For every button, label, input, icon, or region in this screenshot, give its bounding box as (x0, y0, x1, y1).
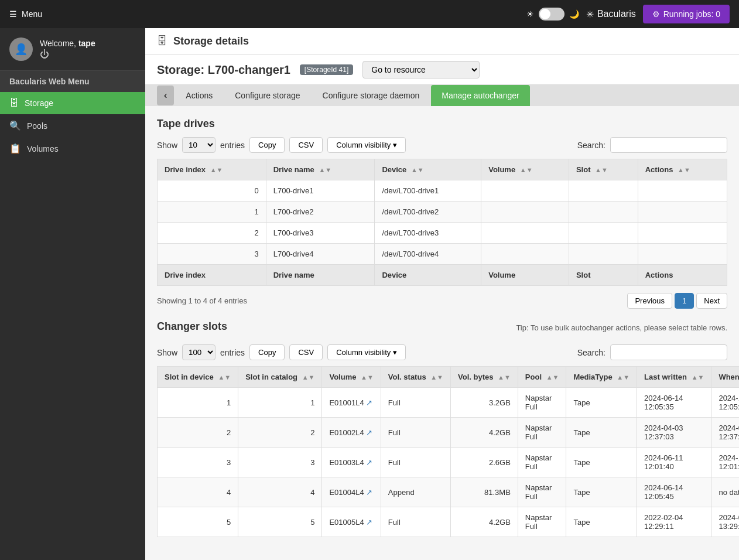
tape-drives-title: Tape drives (157, 118, 727, 130)
cell-drive-name: L700-drive2 (266, 202, 375, 223)
tape-drives-controls-right: Search: (577, 137, 727, 153)
cell-vol-status: Full (381, 507, 450, 537)
changer-slots-copy-button[interactable]: Copy (249, 344, 285, 360)
tape-drives-table: Drive index ▲▼ Drive name ▲▼ Device ▲▼ V… (157, 159, 727, 286)
th-volume[interactable]: Volume ▲▼ (481, 159, 569, 180)
running-jobs-label: Running jobs: 0 (663, 9, 720, 19)
tape-drives-next-button[interactable]: Next (696, 293, 727, 309)
gear-icon: ⚙ (652, 9, 660, 19)
cell-cs-volume: E01004L4 ↗ (322, 477, 381, 507)
cell-device: /dev/L700-drive2 (375, 202, 481, 223)
sidebar-item-label-storage: Storage (25, 98, 53, 108)
cell-slot-catalog: 1 (238, 388, 322, 418)
th-slot-device[interactable]: Slot in device ▲▼ (158, 367, 238, 388)
changer-slots-table: Slot in device ▲▼ Slot in catalog ▲▼ Vol… (157, 366, 739, 537)
changer-slots-search-input[interactable] (610, 344, 727, 360)
volume-link-icon[interactable]: ↗ (366, 398, 372, 407)
cell-drive-index: 1 (158, 202, 266, 223)
tape-drives-copy-button[interactable]: Copy (249, 137, 285, 153)
th-slot-catalog[interactable]: Slot in catalog ▲▼ (238, 367, 322, 388)
cell-when-expire: 2024-06-03 13:29:11 (711, 507, 739, 537)
bacularis-label: Bacularis (597, 9, 636, 19)
tape-drives-col-vis-button[interactable]: Column visibility ▾ (327, 137, 406, 153)
tape-drives-showing-text: Showing 1 to 4 of 4 entries (157, 296, 247, 305)
cell-drive-index: 3 (158, 244, 266, 265)
tape-drives-page-1-button[interactable]: 1 (675, 293, 694, 309)
storage-icon: 🗄 (9, 98, 19, 108)
th-device[interactable]: Device ▲▼ (375, 159, 481, 180)
cell-media-type: Tape (566, 507, 637, 537)
th-vol-bytes[interactable]: Vol. bytes ▲▼ (451, 367, 518, 388)
cell-slot (569, 180, 638, 202)
tape-drives-csv-button[interactable]: CSV (289, 137, 323, 153)
back-button[interactable]: ‹ (157, 86, 174, 105)
tab-manage-autochanger[interactable]: Manage autochanger (431, 85, 529, 106)
changer-slots-show-select[interactable]: 10 25 50 100 (182, 344, 215, 360)
th-cs-volume[interactable]: Volume ▲▼ (322, 367, 381, 388)
sidebar-item-volumes[interactable]: 📋 Volumes (0, 137, 145, 160)
running-jobs-button[interactable]: ⚙ Running jobs: 0 (643, 5, 730, 23)
volume-link-icon[interactable]: ↗ (366, 518, 372, 527)
cell-media-type: Tape (566, 388, 637, 418)
sidebar-item-storage[interactable]: 🗄 Storage (0, 92, 145, 114)
tape-drives-search-label: Search: (577, 141, 605, 150)
cell-volume (481, 180, 569, 202)
th-drive-name[interactable]: Drive name ▲▼ (266, 159, 375, 180)
changer-search-label: Search: (577, 348, 605, 357)
th-media-type[interactable]: MediaType ▲▼ (566, 367, 637, 388)
tab-actions[interactable]: Actions (175, 85, 223, 106)
tape-drives-controls-left: Show 10 25 50 100 entries Copy CSV Colum… (157, 137, 406, 153)
topbar: ☰ Menu ☀ 🌙 ✳ Bacularis ⚙ Running jobs: 0 (0, 0, 739, 28)
tape-drive-row: 2 L700-drive3 /dev/L700-drive3 (158, 223, 727, 244)
cell-vol-status: Full (381, 448, 450, 477)
volume-link-icon[interactable]: ↗ (366, 458, 372, 467)
th-when-expire[interactable]: When expire ▲▼ (711, 367, 739, 388)
changer-slots-col-vis-button[interactable]: Column visibility ▾ (327, 344, 406, 360)
cell-slot-device: 4 (158, 477, 238, 507)
changer-slot-row: 1 1 E01001L4 ↗ Full 3.2GB Napstar Full T… (158, 388, 740, 418)
cell-actions (638, 223, 727, 244)
power-icon[interactable]: ⏻ (40, 49, 95, 60)
changer-slots-controls: Show 10 25 50 100 entries Copy CSV Colum… (157, 344, 727, 360)
cell-last-written: 2024-06-14 12:05:35 (637, 388, 711, 418)
menu-button[interactable]: ☰ Menu (9, 9, 42, 19)
cell-drive-name: L700-drive3 (266, 223, 375, 244)
sidebar: 👤 Welcome, tape ⏻ Bacularis Web Menu 🗄 S… (0, 28, 145, 560)
th-pool[interactable]: Pool ▲▼ (518, 367, 566, 388)
changer-slots-csv-button[interactable]: CSV (289, 344, 323, 360)
th-vol-status[interactable]: Vol. status ▲▼ (381, 367, 450, 388)
tape-drives-search-input[interactable] (610, 137, 727, 153)
theme-toggle[interactable]: ☀ 🌙 (526, 8, 579, 21)
cell-slot-catalog: 3 (238, 448, 322, 477)
cell-when-expire: 2024-10-09 12:01:40 (711, 448, 739, 477)
cell-media-type: Tape (566, 477, 637, 507)
theme-switch[interactable] (539, 8, 564, 21)
cell-cs-volume: E01001L4 ↗ (322, 388, 381, 418)
cell-vol-bytes: 3.2GB (451, 388, 518, 418)
volume-link-icon[interactable]: ↗ (366, 428, 372, 437)
tape-drives-previous-button[interactable]: Previous (627, 293, 672, 309)
tape-drive-row: 1 L700-drive2 /dev/L700-drive2 (158, 202, 727, 223)
tfoot-slot: Slot (569, 265, 638, 286)
changer-slot-row: 3 3 E01003L4 ↗ Full 2.6GB Napstar Full T… (158, 448, 740, 477)
tab-configure-storage[interactable]: Configure storage (224, 85, 310, 106)
sun-icon: ☀ (526, 9, 534, 19)
cell-volume (481, 202, 569, 223)
th-drive-index[interactable]: Drive index ▲▼ (158, 159, 266, 180)
cell-last-written: 2022-02-04 12:29:11 (637, 507, 711, 537)
th-actions[interactable]: Actions ▲▼ (638, 159, 727, 180)
tape-drives-show-select[interactable]: 10 25 50 100 (182, 137, 215, 153)
storage-title-bar: Storage: L700-changer1 [StorageId 41] Go… (145, 55, 739, 85)
th-slot[interactable]: Slot ▲▼ (569, 159, 638, 180)
volume-link-icon[interactable]: ↗ (366, 488, 372, 497)
page-header-icon: 🗄 (157, 35, 167, 47)
menu-label: Menu (22, 9, 42, 19)
cell-vol-status: Full (381, 388, 450, 418)
sidebar-item-label-volumes: Volumes (27, 144, 59, 153)
go-to-resource-select[interactable]: Go to resource (362, 61, 480, 78)
cell-vol-bytes: 4.2GB (451, 418, 518, 448)
tab-configure-daemon[interactable]: Configure storage daemon (312, 85, 430, 106)
th-last-written[interactable]: Last written ▲▼ (637, 367, 711, 388)
tape-drive-row: 0 L700-drive1 /dev/L700-drive1 (158, 180, 727, 202)
sidebar-item-pools[interactable]: 🔍 Pools (0, 114, 145, 137)
